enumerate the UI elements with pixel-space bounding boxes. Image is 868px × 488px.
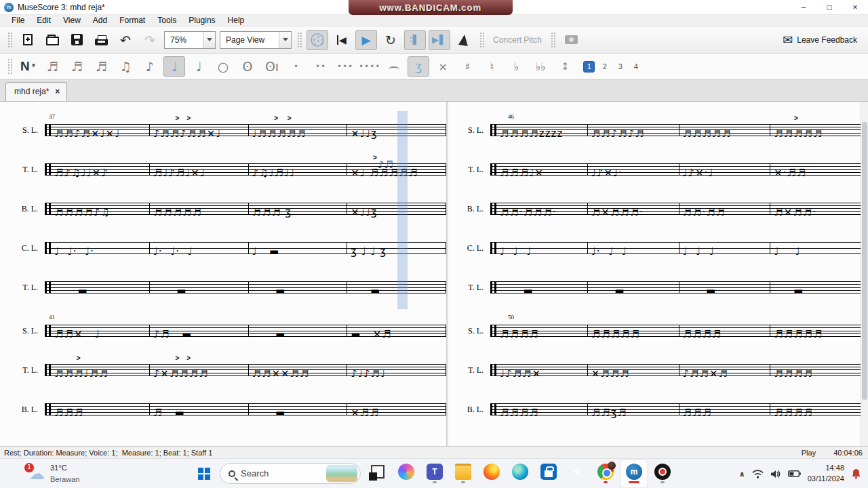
note-half-button[interactable]: ♩ [188,56,210,77]
voice-button[interactable]: 2 [599,61,610,73]
measure[interactable]: ♬♬♬ [679,403,771,415]
menu-item[interactable]: Add [87,16,113,25]
tab-close-icon[interactable]: × [55,87,60,96]
notes[interactable]: ▬ [591,286,625,296]
measure[interactable]: ♪♬♬×♬ [679,364,771,376]
store-app-button[interactable] [536,460,561,487]
tab-mhd-reja[interactable]: mhd reja* × [5,82,67,101]
measure[interactable]: ♬♬♬ ʒ [249,203,348,215]
undo-button[interactable]: ↶ [115,30,136,50]
measure[interactable]: ♬♬ʒ♬ [588,403,679,415]
notes[interactable]: ♬♬♬♬♬ [591,329,640,340]
measure[interactable]: ♬♬♬♬♬ [679,124,771,136]
view-mode-select[interactable]: Page View [220,31,292,49]
voice-button[interactable]: 4 [630,61,642,73]
notes[interactable]: ♩♪×♩· [591,168,623,178]
menu-item[interactable]: View [57,16,87,25]
measure[interactable]: ♩♪♬♬× [496,364,588,376]
edge-app-button[interactable] [507,460,533,487]
notes[interactable]: ▬ [153,286,187,296]
tray-chevron-up-icon[interactable]: ∧ [739,470,745,479]
print-button[interactable] [90,30,112,50]
notes[interactable]: ▬ [54,286,88,296]
toolbar-grip[interactable] [7,32,12,48]
menu-item[interactable]: Format [113,16,151,25]
note-16th-button[interactable]: ♫ [115,56,136,77]
zoom-dropdown-arrow[interactable] [203,32,215,48]
view-dropdown-arrow[interactable] [279,32,291,48]
measure[interactable]: ♬♬♬♩× [496,163,588,176]
notes[interactable]: ♬♬♬♬ [774,369,813,379]
measure[interactable]: ▬ [51,281,150,293]
measure[interactable]: ♬×♬♬· [770,203,862,215]
firefox-app-button[interactable] [479,460,505,487]
notes[interactable]: ▬ [683,286,717,296]
score-view[interactable]: ♪♬ 37 S. L. [0,102,868,446]
notes[interactable]: ♩ ♩ [774,247,800,257]
concert-pitch-toggle[interactable]: Concert Pitch [493,35,542,45]
measure[interactable]: > > ♪♬♬♪♬♬×♩ [150,124,249,136]
toolbar-grip[interactable] [297,32,302,48]
measure[interactable]: ♬×♬♬♬· [588,203,679,215]
notes[interactable]: ▬ ×♬ [351,329,392,340]
notes[interactable]: ♬♬♬♩× [500,168,544,178]
measure[interactable]: ♬♬♬♬♬ [150,203,249,215]
wifi-icon[interactable] [752,470,764,479]
notes[interactable]: ♪♩♪♬♩ [351,369,386,379]
menu-item[interactable]: Plugins [182,16,221,25]
selected-note[interactable]: ♪♬ [378,159,393,171]
minimize-button[interactable]: – [791,0,816,15]
notes[interactable]: ♬♬♬♬♬ [153,207,202,218]
battery-icon[interactable] [788,470,801,477]
measure[interactable]: ♩ ▬ [249,242,348,254]
notes[interactable]: ♬♬♬♬♬ [774,329,823,340]
measure[interactable]: ♩ ♩ [770,242,862,254]
midi-input-button[interactable] [307,30,328,50]
measure[interactable]: ♬♬♬♬ [496,403,588,415]
notes[interactable]: ♬♬♬♬♬ [774,129,823,139]
notes[interactable]: ♬♬♬ ʒ [252,207,292,218]
double-dot-button[interactable]: •• [310,56,332,77]
measure[interactable]: ♬♬♬♬ [770,403,862,415]
measure[interactable]: ▬ [770,281,862,293]
notes[interactable]: ♬♬ʒ♬ [591,408,627,418]
pan-score-button[interactable]: ▶▌ [429,30,450,50]
rest-button[interactable]: ʒ [408,56,429,77]
rewind-button[interactable]: ◀ [331,30,353,50]
image-capture-button[interactable] [560,30,582,50]
maximize-button[interactable]: □ [816,0,842,15]
notes[interactable]: ×♩♩ʒ [351,129,377,139]
loop-playback-button[interactable]: ↻ [380,30,401,50]
notes[interactable]: ♬♬××♬♬ [252,369,310,379]
notes[interactable]: ♬♬♬♬♬ [683,129,732,139]
volume-icon[interactable] [770,470,781,479]
measure[interactable]: ♬♬♪♬♪♬ [588,124,679,136]
notes[interactable]: ♬♬♪♬×♩×♩ [54,129,120,139]
notes[interactable]: ♩· ♩· ♩ [153,247,193,257]
notes[interactable]: ♪♬♬×♬ [683,369,728,379]
measure[interactable]: > > ♩♬♬♬♬♬ [249,124,348,136]
measure[interactable]: ▬ [679,281,771,293]
flip-direction-button[interactable]: ↕ [554,56,576,77]
quadruple-dot-button[interactable]: •••• [359,56,380,77]
notes[interactable]: ♩♪×·♩ [683,168,714,178]
measure[interactable]: ×♬♬ [347,403,446,415]
measure[interactable]: ♩ ♩· ♩· [51,242,150,254]
measure[interactable]: ♩ ♩ ♩ [679,242,771,254]
double-flat-button[interactable]: ♭♭ [530,56,551,77]
note-quarter-button[interactable]: ♩ [163,56,185,77]
note-whole-button[interactable]: ○ [212,56,234,77]
notes[interactable]: ♩♪♬♬× [500,369,541,379]
notes[interactable]: ▬ [500,286,534,296]
measure[interactable]: ▬ [249,325,348,337]
notes[interactable]: ♬×♬♬♬· [591,207,644,218]
note-128th-button[interactable]: ♬ [41,56,63,77]
note-breve-button[interactable]: ʘ [237,56,258,77]
note-64th-button[interactable]: ♬ [66,56,87,77]
measure[interactable]: ♬♬× ♩ [51,325,150,337]
toolbar-grip[interactable] [7,58,12,75]
triple-dot-button[interactable]: ••• [334,56,356,77]
sharp-button[interactable]: ♯ [456,56,478,77]
notes[interactable]: ▬ [252,329,286,340]
measure[interactable]: ▬ [249,281,348,293]
